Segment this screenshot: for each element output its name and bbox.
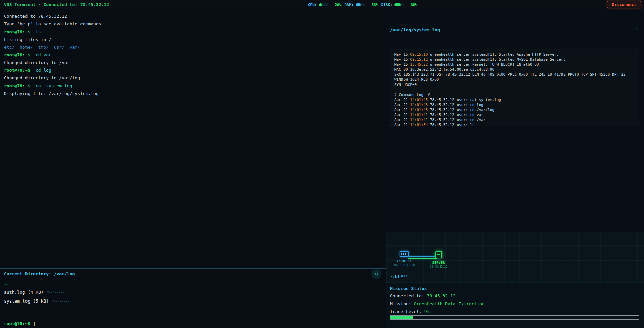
terminal-line: root@78:~$ ls xyxy=(4,30,382,34)
meter-fill xyxy=(394,3,401,6)
disconnect-button[interactable]: Disconnect xyxy=(607,1,641,8)
log-line: Apr 21 14:01:45 78.45.32.12 user: cat sy… xyxy=(394,97,635,102)
terminal-line: etc/ home/ tmp/ usr/ var/ xyxy=(4,45,382,50)
log-line: Apr 21 14:01:41 78.45.32.12 user: cd /va… xyxy=(394,117,635,122)
terminal-line: Type 'help' to see available commands. xyxy=(4,22,382,26)
net-label: NET xyxy=(401,275,408,278)
file-viewer-panel: /var/log/system.log × May 15 09:15:10 gr… xyxy=(386,9,644,232)
right-panel: /var/log/system.log × May 15 09:15:10 gr… xyxy=(386,9,644,328)
net-arrow-icon: ◂ xyxy=(390,275,392,278)
log-line: Apr 21 14:01:43 78.45.32.12 user: cd /va… xyxy=(394,107,635,112)
network-node-server: SERVER 78.45.32.12 xyxy=(427,251,450,268)
log-line xyxy=(394,87,635,92)
meter-value: 53% xyxy=(372,3,378,7)
file-permissions: rw-r----- xyxy=(46,290,64,294)
connected-to-label: Connected to: xyxy=(390,293,427,298)
server-node-label: SERVER xyxy=(427,261,450,264)
top-bar: VDS Terminal - Connected to: 78.45.32.12… xyxy=(0,0,644,9)
file-path-title: /var/log/system.log xyxy=(390,27,440,32)
trace-level-label: Trace Level: xyxy=(390,309,424,314)
terminal-input-line[interactable]: root@78:~$ | xyxy=(0,319,386,328)
meter-track xyxy=(356,3,365,6)
current-directory-label: Current Directory: /var/log xyxy=(0,271,386,276)
file-row[interactable]: .. xyxy=(0,279,386,288)
terminal-line: root@78:~$ cd log xyxy=(4,68,382,73)
file-name: .. xyxy=(4,281,9,286)
log-line: May 15 09:15:12 greenhealth-server syste… xyxy=(394,57,635,62)
net-activity-icon xyxy=(393,275,400,278)
meter-label: DISK: xyxy=(381,3,392,7)
network-map-panel: YOUR PC 192.168.1.100 SERVER 78.45.32.12… xyxy=(386,232,644,283)
terminal-line: Listing files in / xyxy=(4,37,382,42)
net-activity-indicator: ◂ NET xyxy=(390,275,408,278)
file-permissions: rw-r----- xyxy=(51,299,69,303)
log-line: SRC=185.143.223.71 DST=78.45.32.12 LEN=4… xyxy=(394,72,635,82)
terminal-panel: Connected to 78.45.32.12Type 'help' to s… xyxy=(0,9,386,328)
terminal-line: root@78:~$ cat system.log xyxy=(4,84,382,88)
log-line: Apr 21 14:01:34 78.45.32.12 user: ls xyxy=(394,122,635,126)
connected-to-row: Connected to: 78.45.32.12 xyxy=(390,293,639,299)
terminal-line: Displaying file: /var/log/system.log xyxy=(4,91,382,96)
refresh-icon[interactable]: ↻ xyxy=(373,270,380,278)
meter-track xyxy=(319,3,328,6)
shell-prompt: root@78:~$ xyxy=(4,321,30,326)
meter-label: RAM: xyxy=(344,3,354,7)
trace-progress-bar xyxy=(390,315,639,320)
mission-status-panel: Mission Status Connected to: 78.45.32.12… xyxy=(386,283,644,328)
trace-progress-fill xyxy=(390,316,413,319)
window-title: VDS Terminal - Connected to: 78.45.32.12 xyxy=(4,2,109,7)
terminal-line: root@78:~$ cd var xyxy=(4,53,382,57)
terminal-output: Connected to 78.45.32.12Type 'help' to s… xyxy=(0,9,386,268)
trace-level-value: 9% xyxy=(424,309,430,314)
file-browser-panel: Current Directory: /var/log ↻ ..auth.log… xyxy=(0,268,386,319)
file-row[interactable]: system.log(5 KB)rw-r----- xyxy=(0,296,386,305)
meter-fill xyxy=(356,3,361,6)
file-name: system.log xyxy=(4,298,30,304)
file-row[interactable]: auth.log(4 KB)rw-r----- xyxy=(0,288,386,296)
file-viewer-header: /var/log/system.log xyxy=(390,26,639,35)
connected-to-value: 78.45.32.12 xyxy=(427,293,456,298)
pc-node-ip: 192.168.1.100 xyxy=(392,264,416,267)
mission-value: GreenHealth Data Extraction xyxy=(414,301,484,306)
log-line: # Command Logs # xyxy=(394,92,635,97)
network-node-pc: YOUR PC 192.168.1.100 xyxy=(392,251,416,267)
log-line: May 15 15:45:22 greenhealth-server kerne… xyxy=(394,62,635,72)
file-size: (5 KB) xyxy=(33,298,49,304)
log-line: May 15 09:15:10 greenhealth-server syste… xyxy=(394,52,635,57)
vds-terminal-app: VDS Terminal - Connected to: 78.45.32.12… xyxy=(0,0,644,328)
file-size: (4 KB) xyxy=(28,290,44,295)
meter-track xyxy=(394,3,404,6)
file-name: auth.log xyxy=(4,290,25,295)
terminal-line: Connected to 78.45.32.12 xyxy=(4,14,382,19)
file-list: ..auth.log(4 KB)rw-r-----system.log(5 KB… xyxy=(0,279,386,305)
meter-fill xyxy=(319,3,322,6)
mission-label: Mission: xyxy=(390,301,414,306)
log-line: Apr 21 14:01:43 78.45.32.12 user: cd log xyxy=(394,102,635,107)
system-meter: DISK:68% xyxy=(381,3,417,7)
text-cursor: | xyxy=(33,321,36,326)
system-meter: RAM:53% xyxy=(344,3,378,7)
log-file-content: May 15 09:15:10 greenhealth-server syste… xyxy=(390,49,639,126)
log-line: SYN URGP=0 xyxy=(394,82,635,87)
main-area: Connected to 78.45.32.12Type 'help' to s… xyxy=(0,9,644,328)
server-icon xyxy=(435,251,442,258)
server-node-ip: 78.45.32.12 xyxy=(427,265,450,268)
trace-threshold-marker xyxy=(565,315,565,320)
meter-label: CPU: xyxy=(308,3,317,7)
system-meters: CPU:20%RAM:53%DISK:68% xyxy=(308,0,420,9)
trace-level-row: Trace Level: 9% xyxy=(390,309,639,314)
system-meter: CPU:20% xyxy=(308,3,341,7)
mission-status-title: Mission Status xyxy=(390,286,639,291)
pc-node-label: YOUR PC xyxy=(392,260,416,263)
mission-row: Mission: GreenHealth Data Extraction xyxy=(390,301,639,307)
meter-value: 20% xyxy=(335,3,342,7)
meter-value: 68% xyxy=(411,3,417,7)
terminal-line: Changed directory to /var xyxy=(4,60,382,65)
terminal-line: Changed directory to /var/log xyxy=(4,76,382,80)
close-icon[interactable]: × xyxy=(636,26,639,31)
log-line: Apr 21 14:01:41 78.45.32.12 user: cd var xyxy=(394,112,635,117)
computer-icon xyxy=(400,251,409,257)
